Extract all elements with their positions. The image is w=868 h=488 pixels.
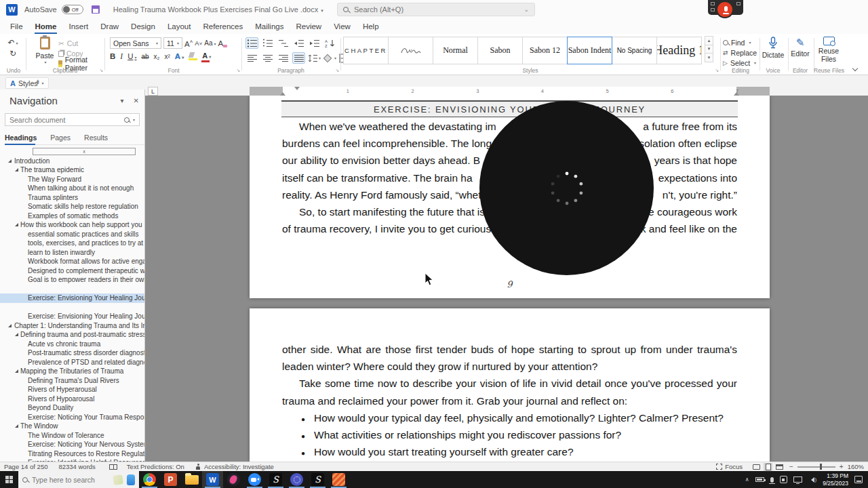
- ribbon-tab[interactable]: Design: [125, 20, 161, 34]
- taskbar-app-icon[interactable]: [244, 471, 265, 488]
- nav-heading-item[interactable]: Rivers of Hyperarousal: [0, 385, 144, 394]
- tray-app-icon[interactable]: [780, 476, 787, 483]
- nav-heading-item[interactable]: Designed to complement therapeutic work: [0, 266, 144, 276]
- nav-heading-item[interactable]: Workbook format allows for active engage…: [0, 257, 144, 266]
- sort-button[interactable]: AZ: [323, 37, 336, 49]
- nav-heading-item[interactable]: Exercise: Envisioning Your Healing Journ…: [0, 312, 144, 321]
- expand-collapse-icon[interactable]: [15, 223, 18, 226]
- taskbar-app-icon[interactable]: [286, 471, 307, 488]
- search-highlight-sticker[interactable]: [113, 474, 123, 485]
- text-predictions-status[interactable]: Text Predictions: On: [127, 463, 184, 470]
- battery-icon[interactable]: [755, 477, 764, 482]
- reuse-files-button[interactable]: Reuse Files: [814, 37, 844, 63]
- multilevel-list-button[interactable]: [277, 37, 290, 49]
- dictate-button[interactable]: Dictate: [760, 37, 787, 59]
- nav-heading-item[interactable]: The Window of Tolerance: [0, 431, 144, 441]
- bullets-button[interactable]: [245, 37, 258, 49]
- nav-heading-item[interactable]: Titrating Resources to Restore Regulatio…: [0, 449, 144, 459]
- italic-button[interactable]: I: [120, 52, 123, 60]
- top-search-box[interactable]: ⌄: [337, 3, 535, 16]
- ribbon-tab[interactable]: File: [4, 20, 29, 34]
- ribbon-tab[interactable]: Mailings: [249, 20, 290, 34]
- taskbar-app-icon[interactable]: [223, 471, 244, 488]
- bold-button[interactable]: B: [110, 52, 115, 60]
- nav-heading-item[interactable]: Trauma splinters: [0, 193, 144, 203]
- redo-button[interactable]: ↻: [3, 48, 23, 59]
- document-page-2[interactable]: other side. What are those first tender …: [250, 308, 770, 462]
- web-layout-button[interactable]: [775, 463, 784, 471]
- display-icon[interactable]: [793, 476, 802, 483]
- align-right-button[interactable]: [277, 52, 290, 64]
- nav-tab[interactable]: Headings: [5, 132, 43, 144]
- expand-collapse-icon[interactable]: [15, 424, 18, 428]
- highlight-color-button[interactable]: [189, 52, 197, 60]
- search-dropdown-icon[interactable]: ⌄: [524, 6, 529, 13]
- ribbon-tab[interactable]: View: [328, 20, 357, 34]
- style-swatch[interactable]: CHAPTER: [343, 37, 389, 64]
- right-indent-marker[interactable]: [734, 89, 739, 96]
- line-spacing-button[interactable]: ▾: [308, 52, 321, 64]
- nav-heading-item[interactable]: Exercise: Noticing Your Trauma Responses: [0, 413, 144, 422]
- action-center-icon[interactable]: [854, 476, 863, 483]
- taskbar-app-icon[interactable]: [202, 471, 223, 488]
- speaker-icon[interactable]: ): [808, 476, 817, 483]
- record-microphone-button[interactable]: [716, 1, 734, 18]
- style-swatch[interactable]: Normal: [433, 37, 478, 64]
- shrink-font-button[interactable]: A: [195, 39, 202, 47]
- style-swatch[interactable]: Sabon Indent: [567, 37, 612, 64]
- subscript-button[interactable]: x₂: [154, 53, 160, 60]
- editor-button[interactable]: ✎ Editor: [788, 37, 812, 58]
- start-button[interactable]: [0, 471, 18, 488]
- zoom-slider[interactable]: − +: [789, 463, 844, 470]
- nav-heading-item[interactable]: tools, exercises, and practices to try a…: [0, 239, 144, 248]
- ribbon-tab[interactable]: Layout: [161, 20, 197, 34]
- nav-heading-item[interactable]: Beyond Duality: [0, 403, 144, 413]
- tab-stop-selector[interactable]: L: [148, 87, 158, 96]
- ribbon-tab[interactable]: Review: [290, 20, 328, 34]
- first-line-indent-marker[interactable]: [294, 87, 300, 93]
- expand-collapse-icon[interactable]: [8, 324, 12, 327]
- search-highlight-sticker-2[interactable]: [127, 474, 135, 485]
- expand-collapse-icon[interactable]: [15, 369, 18, 373]
- ribbon-tab[interactable]: Help: [357, 20, 385, 34]
- accessibility-status[interactable]: Accessibility: Investigate: [204, 463, 274, 470]
- nav-heading-item[interactable]: Post-traumatic stress disorder diagnosti…: [0, 348, 144, 358]
- search-input[interactable]: [354, 5, 524, 14]
- expand-collapse-icon[interactable]: [15, 168, 18, 171]
- print-layout-button[interactable]: [764, 463, 772, 471]
- style-swatch[interactable]: Heading 1: [656, 37, 702, 64]
- change-case-button[interactable]: Aa▾: [204, 39, 216, 47]
- numbering-button[interactable]: [261, 37, 274, 49]
- ribbon-tab[interactable]: Home: [29, 20, 63, 34]
- zoom-out-icon[interactable]: −: [789, 463, 793, 470]
- save-icon[interactable]: [92, 5, 100, 14]
- align-left-button[interactable]: [245, 52, 258, 64]
- font-family-select[interactable]: Open Sans▾: [110, 37, 161, 49]
- taskbar-app-icon[interactable]: [265, 471, 286, 488]
- decrease-indent-button[interactable]: [292, 37, 305, 49]
- nav-heading-item[interactable]: The Window: [0, 422, 144, 431]
- replace-button[interactable]: ⇄Replace: [723, 47, 757, 58]
- nav-heading-item[interactable]: The Way Forward: [0, 175, 144, 184]
- font-size-select[interactable]: 11▾: [163, 37, 182, 49]
- zoom-percentage[interactable]: 160%: [848, 463, 864, 470]
- page-indicator[interactable]: Page 14 of 250: [4, 463, 47, 470]
- text-effects-button[interactable]: A▾: [175, 52, 184, 60]
- nav-heading-item[interactable]: learn to listen inwardly: [0, 248, 144, 258]
- expand-collapse-icon[interactable]: [15, 333, 18, 336]
- clear-formatting-button[interactable]: A: [218, 39, 224, 47]
- taskbar-app-icon[interactable]: [160, 471, 181, 488]
- paragraph-dialog-launcher[interactable]: ↘: [335, 68, 339, 73]
- nav-heading-item[interactable]: Mapping the Tributaries of Trauma: [0, 367, 144, 376]
- style-swatch[interactable]: Sabon: [477, 37, 523, 64]
- nav-heading-item[interactable]: Acute vs chronic trauma: [0, 340, 144, 349]
- proofing-icon[interactable]: [109, 464, 117, 470]
- paste-button[interactable]: Paste ▾: [33, 37, 57, 66]
- widget-grid-icon[interactable]: [711, 8, 715, 12]
- grow-font-button[interactable]: A: [184, 39, 193, 48]
- style-swatch[interactable]: No Spacing: [612, 37, 657, 64]
- nav-heading-item[interactable]: Chapter 1: Understanding Trauma and Its …: [0, 321, 144, 331]
- shading-button[interactable]: ▾: [323, 52, 336, 64]
- zoom-thumb[interactable]: [820, 464, 822, 470]
- underline-button[interactable]: U▾: [127, 52, 136, 60]
